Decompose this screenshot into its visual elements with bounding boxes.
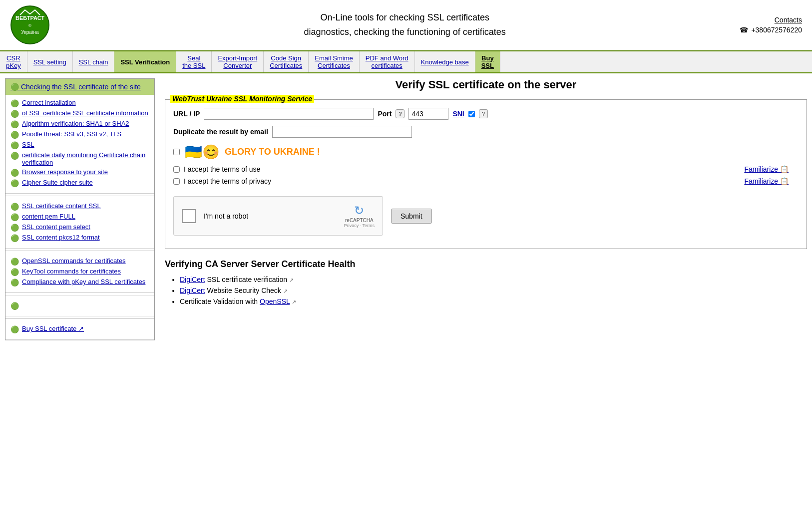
sidebar-link-pem-select[interactable]: SSL content pem select [22, 223, 90, 231]
sidebar-link-ssl-content[interactable]: SSL certificate content SSL [22, 202, 101, 210]
port-label: Port [378, 110, 392, 118]
accept-privacy-label: I accept the terms of privacy [184, 177, 271, 185]
recaptcha-submit-row: I'm not a robot ↻ reCAPTCHA Privacy · Te… [173, 191, 799, 241]
bullet-icon: 🟢 [10, 278, 19, 286]
list-item: 🟢 Algorithm verification: SHA1 or SHA2 [10, 120, 149, 128]
nav-ssl-setting[interactable]: SSL setting [27, 51, 73, 72]
sidebar-link-cipher-suite[interactable]: Cipher Suite cipher suite [22, 179, 93, 186]
sidebar-link-ssl[interactable]: SSL [22, 141, 34, 148]
openssl-link[interactable]: OpenSSL [260, 297, 290, 305]
nav-csr-pkey[interactable]: CSRpKey [0, 51, 27, 72]
url-ip-row: URL / IP Port ? SNI ? [173, 108, 799, 120]
sidebar-link-algorithm[interactable]: Algorithm verification: SHA1 or SHA2 [22, 120, 129, 127]
list-item: 🟢 SSL content pem select [10, 223, 149, 232]
recaptcha-sub: Privacy · Terms [344, 223, 375, 228]
list-item: 🟢 certificate daily monitoring Certifica… [10, 151, 149, 166]
sni-checkbox[interactable] [468, 111, 475, 117]
external-link-icon: ↗ [283, 288, 288, 294]
logo-image: ВЕБТРАСТ ® Україна [10, 5, 50, 45]
familiarize-privacy-link[interactable]: Familiarize 📋 [744, 177, 789, 185]
digicert-ssl-text: SSL certificate verification [207, 275, 287, 283]
list-item: 🟢 Buy SSL certificate ↗ [10, 325, 149, 333]
sidebar-link-buy-ssl[interactable]: Buy SSL certificate ↗ [22, 325, 84, 332]
list-item: 🟢 of SSL certificate SSL certificate inf… [10, 109, 149, 118]
nav-email-smime[interactable]: Email SmimeCertificates [309, 51, 360, 72]
nav-ssl-verification[interactable]: SSL Verification [114, 51, 176, 72]
list-item: 🟢 Correct installation [10, 99, 149, 107]
phone-number: +380672576220 [751, 26, 802, 34]
list-item: DigiCert Website Security Check ↗ [180, 286, 807, 294]
nav-ssl-chain[interactable]: SSL chain [73, 51, 115, 72]
url-ip-input[interactable] [204, 108, 374, 120]
accept-terms-checkbox[interactable] [173, 166, 180, 173]
list-item: 🟢 SSL content pkcs12 format [10, 234, 149, 242]
sidebar-link-correct[interactable]: Correct installation [22, 99, 76, 106]
email-input[interactable] [272, 126, 412, 138]
sidebar-link-pem-full[interactable]: content pem FULL [22, 213, 75, 220]
bullet-icon: 🟢 [10, 110, 19, 118]
recaptcha-widget[interactable]: I'm not a robot ↻ reCAPTCHA Privacy · Te… [173, 196, 383, 236]
bullet-icon: 🟢 [10, 302, 19, 310]
bullet-icon: 🟢 [10, 268, 19, 276]
sidebar-section-1: 🟢 Correct installation 🟢 of SSL certific… [5, 95, 154, 194]
list-item: 🟢 Cipher Suite cipher suite [10, 179, 149, 187]
nav-code-sign[interactable]: Code SignCertificates [264, 51, 309, 72]
sidebar-link-keytool-cmds[interactable]: KeyTool commands for certificates [22, 267, 121, 275]
ukraine-checkbox[interactable] [173, 149, 180, 155]
digicert-ssl-link[interactable]: DigiCert [180, 275, 205, 283]
port-input[interactable] [408, 108, 448, 120]
duplicate-label: Duplicate the result by email [173, 128, 268, 136]
sidebar-link-ssl-info[interactable]: of SSL certificate SSL certificate infor… [22, 109, 148, 117]
nav-seal-ssl[interactable]: Sealthe SSL [176, 51, 212, 72]
sni-label[interactable]: SNI [452, 110, 464, 118]
list-item: 🟢 [10, 301, 149, 310]
list-item: 🟢 OpenSSL commands for certificates [10, 257, 149, 266]
recaptcha-logo: ↻ reCAPTCHA Privacy · Terms [344, 204, 375, 228]
cert-validation-text: Certificate Validation with [180, 297, 260, 305]
bullet-icon: 🟢 [10, 131, 19, 139]
main-layout: 🟢 Checking the SSL certificate of the si… [0, 73, 812, 345]
digicert-security-link[interactable]: DigiCert [180, 286, 205, 294]
sidebar-link-monitoring[interactable]: certificate daily monitoring Certificate… [22, 151, 149, 166]
sidebar-header-link[interactable]: 🟢 Checking the SSL certificate of the si… [10, 83, 141, 91]
sidebar-link-browser-response[interactable]: Browser response to your site [22, 168, 108, 176]
bullet-icon: 🟢 [10, 120, 19, 128]
sidebar-header: 🟢 Checking the SSL certificate of the si… [5, 79, 154, 95]
ukraine-flag: 🇺🇦😊 [185, 144, 220, 160]
submit-button[interactable]: Submit [391, 209, 432, 224]
sni-info-icon[interactable]: ? [479, 109, 488, 118]
bullet-icon: 🟢 [10, 234, 19, 242]
phone-icon: ☎ [740, 26, 748, 34]
ukraine-area: 🇺🇦😊 GLORY TO UKRAINE ! [173, 144, 799, 160]
header-title: On-Line tools for checking SSL certifica… [70, 10, 740, 39]
sidebar-link-poodle[interactable]: Poodle threat: SSLv3, SSLv2, TLS [22, 130, 121, 138]
sidebar: 🟢 Checking the SSL certificate of the si… [5, 78, 155, 340]
familiarize-terms-link[interactable]: Familiarize 📋 [744, 165, 789, 173]
bullet-icon: 🟢 [10, 325, 19, 333]
url-ip-label: URL / IP [173, 110, 200, 118]
accept-privacy-checkbox[interactable] [173, 178, 180, 185]
port-info-icon[interactable]: ? [396, 109, 405, 118]
page-title: Verify SSL certificate on the server [165, 78, 807, 91]
list-item: 🟢 KeyTool commands for certificates [10, 267, 149, 276]
svg-text:®: ® [28, 23, 31, 28]
bullet-icon: 🟢 [10, 99, 19, 107]
list-item: 🟢 SSL [10, 141, 149, 149]
nav-pdf-word[interactable]: PDF and Wordcertificates [360, 51, 415, 72]
sidebar-link-compliance[interactable]: Compliance with pKey and SSL certificate… [22, 278, 145, 285]
nav-buy-ssl[interactable]: BuySSL [475, 51, 500, 72]
terms-row: I accept the terms of use Familiarize 📋 [173, 165, 799, 173]
list-item: 🟢 Poodle threat: SSLv3, SSLv2, TLS [10, 130, 149, 139]
sidebar-link-pkcs12[interactable]: SSL content pkcs12 format [22, 234, 100, 241]
svg-text:Україна: Україна [21, 29, 39, 35]
verify-form-box: WebTrust Ukraine SSL Monitoring Service … [165, 99, 807, 249]
nav-knowledge-base[interactable]: Knowledge base [415, 51, 475, 72]
bullet-icon: 🟢 [10, 141, 19, 149]
contacts-link[interactable]: Contacts [775, 16, 802, 24]
nav-export-import[interactable]: Export-ImportConverter [212, 51, 264, 72]
header-contact: Contacts ☎ +380672576220 [740, 16, 802, 34]
external-link-icon: ↗ [289, 277, 294, 283]
sidebar-link-openssl-cmds[interactable]: OpenSSL commands for certificates [22, 257, 126, 265]
bullet-icon: 🟢 [10, 203, 19, 211]
recaptcha-checkbox[interactable] [182, 209, 196, 223]
